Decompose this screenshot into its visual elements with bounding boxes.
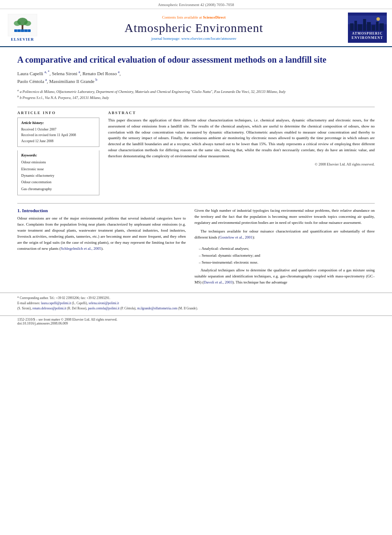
revised-date: Received in revised form 11 April 2008	[21, 132, 96, 138]
keywords-block: Keywords: Odour emissions Electronic nos…	[17, 150, 99, 195]
article-info-label: ARTICLE INFO	[17, 111, 99, 115]
email-note: E-mail addresses: laura.capelli@polimi.i…	[17, 301, 375, 311]
journal-logo-line2: ENVIRONMENT	[352, 36, 383, 40]
name1: (L. Capelli),	[72, 301, 88, 305]
journal-header: ELSEVIER Contents lists available at Sci…	[0, 9, 392, 47]
elsevier-logo: ELSEVIER	[5, 14, 40, 41]
right-para3: Analytical techniques allow to determine…	[194, 268, 375, 286]
journal-banner-image	[348, 16, 387, 31]
name4: (P. Céntola),	[120, 306, 136, 310]
email1: laura.capelli@polimi.it	[41, 301, 71, 305]
name5: (M. Il Grande).	[178, 306, 198, 310]
affiliations: a a Politecnico di Milano, Olfactometric…	[17, 88, 375, 101]
journal-reference-text: Atmospheric Environment 42 (2008) 7050–7…	[158, 3, 234, 7]
issn-text: 1352-2310/$ – see front matter © 2008 El…	[17, 318, 375, 322]
ref-schlegelmilch: Schlegelmilch et al., 2005	[61, 246, 101, 251]
svg-rect-4	[22, 25, 23, 29]
name3: (R. Del Rosso),	[67, 306, 87, 310]
article-content: A comparative and critical evaluation of…	[0, 47, 392, 200]
svg-point-20	[376, 17, 380, 21]
techniques-list: Analytical: chemical analyses; Sensorial…	[194, 243, 375, 268]
svg-rect-19	[379, 23, 384, 31]
keywords-list: Odour emissions Electronic nose Dynamic …	[21, 159, 96, 192]
svg-rect-14	[358, 24, 362, 31]
name2: (S. Sironi),	[17, 306, 32, 310]
svg-rect-12	[350, 23, 354, 31]
intro-col: 1. Introduction Odour emissions are one …	[17, 208, 186, 288]
journal-reference-bar: Atmospheric Environment 42 (2008) 7050–7…	[0, 0, 392, 9]
kw5: Gas chromatography	[21, 186, 96, 192]
body-section: 1. Introduction Odour emissions are one …	[0, 208, 392, 288]
kw4: Odour concentration	[21, 179, 96, 185]
doi-text: doi:10.1016/j.atmosenv.2008.06.009	[17, 322, 375, 325]
ref-gostelow: Gostelow et al., 2001	[220, 235, 253, 239]
email2: selena.sironi@polimi.it	[89, 301, 119, 305]
footnote-text: * Corresponding author. Tel.: +39 02 239…	[17, 296, 375, 311]
copyright: © 2008 Elsevier Ltd. All rights reserved…	[108, 162, 375, 166]
email3: renato.delrosso@polimi.it	[32, 306, 66, 310]
journal-title-area: Contents lists available at ScienceDirec…	[40, 15, 348, 41]
email4: paolo.centola@polimi.it	[88, 306, 120, 310]
elsevier-wordmark: ELSEVIER	[11, 37, 34, 41]
svg-rect-5	[14, 29, 31, 32]
elsevier-logo-icon	[8, 14, 37, 36]
svg-rect-15	[363, 19, 366, 31]
right-para2: The techniques available for odour nuisa…	[194, 229, 375, 241]
accepted-date: Accepted 12 June 2008	[21, 138, 96, 144]
journal-name: Atmospheric Environment	[44, 21, 344, 35]
bullet-senso: Senso-instrumental: electronic nose.	[199, 259, 375, 266]
svg-point-3	[24, 21, 31, 26]
journal-url: www.elsevier.com/locate/atmosenv	[182, 36, 236, 41]
right-para1: Given the high number of industrial typo…	[194, 208, 375, 226]
history-title: Article history:	[21, 121, 96, 125]
sciencedirect-name: ScienceDirect	[203, 15, 226, 19]
svg-rect-16	[367, 22, 371, 31]
kw2: Electronic nose	[21, 166, 96, 172]
svg-point-2	[14, 21, 21, 26]
svg-rect-13	[354, 21, 357, 31]
kw3: Dynamic olfactometry	[21, 172, 96, 179]
ref-davoli: Davoli et al., 2003	[204, 280, 233, 284]
svg-rect-17	[372, 25, 375, 31]
sciencedirect-link: Contents lists available at ScienceDirec…	[44, 15, 344, 19]
section-divider	[17, 203, 375, 204]
intro-text: Odour emissions are one of the major env…	[17, 216, 186, 252]
intro-heading: 1. Introduction	[17, 208, 186, 213]
right-body-text: Given the high number of industrial typo…	[194, 208, 375, 286]
footnote-area: * Corresponding author. Tel.: +39 02 239…	[0, 293, 392, 314]
article-history-block: Article history: Received 1 October 2007…	[17, 118, 99, 147]
abstract-text: This paper discusses the application of …	[108, 118, 375, 160]
journal-homepage: journal homepage: www.elsevier.com/locat…	[44, 36, 344, 41]
abstract-label: ABSTRACT	[108, 111, 375, 115]
bullet-analytical: Analytical: chemical analyses;	[199, 245, 375, 252]
svg-rect-18	[376, 22, 379, 31]
history-dates: Received 1 October 2007 Received in revi…	[21, 127, 96, 144]
kw1: Odour emissions	[21, 159, 96, 166]
journal-logo-line1: ATMOSPHERIC	[352, 32, 383, 36]
article-info-col: ARTICLE INFO Article history: Received 1…	[17, 111, 99, 195]
corresponding-note: * Corresponding author. Tel.: +39 02 239…	[17, 296, 375, 301]
keywords-title: Keywords:	[21, 153, 96, 157]
intro-para1: Odour emissions are one of the major env…	[17, 216, 186, 252]
received-date: Received 1 October 2007	[21, 127, 96, 133]
bullet-sensorial: Sensorial: dynamic olfactometry; and	[199, 252, 375, 259]
article-title: A comparative and critical evaluation of…	[17, 54, 375, 65]
abstract-col: ABSTRACT This paper discusses the applic…	[108, 111, 375, 195]
right-body-col: Given the high number of industrial typo…	[194, 208, 375, 288]
bottom-bar: 1352-2310/$ – see front matter © 2008 El…	[0, 315, 392, 327]
divider	[17, 107, 375, 107]
journal-logo-right: ATMOSPHERIC ENVIRONMENT	[348, 13, 387, 43]
authors: Laura Capelli a, *, Selena Sironi a, Ren…	[17, 70, 375, 86]
email5: m.ilgrande@olfattometria.com	[137, 306, 177, 310]
article-meta-section: ARTICLE INFO Article history: Received 1…	[17, 111, 375, 195]
